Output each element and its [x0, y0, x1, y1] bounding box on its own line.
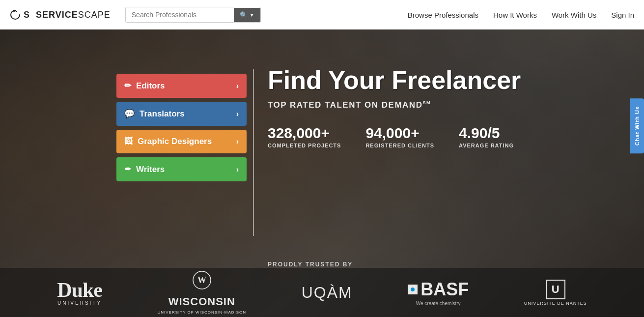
graphic-designers-label: Graphic Designers [138, 137, 212, 146]
logo-icon [10, 9, 21, 20]
writers-chevron-icon: › [236, 165, 239, 174]
duke-logo-main: Duke [57, 280, 102, 300]
nantes-letter-icon: U [546, 280, 565, 299]
editors-chevron-icon: › [236, 82, 239, 90]
category-graphic-designers-button[interactable]: 🖼 Graphic Designers › [116, 130, 247, 153]
uqam-logo-main: UQÀM [302, 285, 353, 300]
basf-square-icon [408, 285, 418, 294]
trust-logo-nantes: U UNIVERSITÉ DE NANTES [524, 280, 587, 306]
category-editors-button[interactable]: ✏ Editors › [116, 74, 247, 98]
logo-text: S SERVICESCAPE [24, 10, 111, 20]
category-translators-button[interactable]: 💬 Translators › [116, 102, 247, 126]
search-icon: 🔍 [240, 11, 248, 19]
hero-title: Find Your Freelancer [268, 66, 521, 94]
trust-logo-wisconsin: W WISCONSIN UNIVERSITY OF WISCONSIN-MADI… [157, 270, 246, 315]
editors-icon: ✏ [124, 81, 131, 91]
writers-label: Writers [136, 165, 165, 174]
category-list: ✏ Editors › 💬 Translators › 🖼 Graphic De… [116, 74, 247, 181]
nav-browse-professionals[interactable]: Browse Professionals [408, 11, 478, 19]
search-input[interactable] [126, 7, 234, 22]
translators-icon: 💬 [124, 109, 135, 119]
trust-logo-duke: Duke UNIVERSITY [57, 280, 102, 306]
svg-point-3 [411, 288, 415, 291]
search-button[interactable]: 🔍 ▼ [234, 8, 260, 22]
logo[interactable]: S SERVICESCAPE [10, 9, 111, 20]
stat-average-rating-number: 4.90/5 [459, 125, 514, 142]
stat-registered-clients-number: 94,000+ [365, 125, 434, 142]
divider-line [253, 69, 254, 236]
stat-registered-clients-label: REGISTERED CLIENTS [365, 143, 434, 148]
category-writers-button[interactable]: ✒ Writers › [116, 157, 247, 181]
trust-logos-bar: Duke UNIVERSITY W WISCONSIN UNIVERSITY O… [0, 268, 644, 317]
translators-chevron-icon: › [236, 110, 239, 118]
svg-text:W: W [197, 275, 206, 285]
nav-how-it-works[interactable]: How It Works [493, 11, 537, 19]
trust-logo-basf: BASF We create chemistry [408, 279, 469, 306]
stat-completed-projects-number: 328,000+ [268, 125, 341, 142]
stat-registered-clients: 94,000+ REGISTERED CLIENTS [365, 125, 434, 148]
stat-completed-projects-label: COMPLETED PROJECTS [268, 143, 341, 148]
designers-chevron-icon: › [236, 137, 239, 146]
translators-label: Translators [140, 109, 185, 119]
editors-label: Editors [136, 81, 165, 91]
trusted-label: PROUDLY TRUSTED BY [268, 261, 353, 268]
nav-work-with-us[interactable]: Work With Us [552, 11, 596, 19]
main-nav: Browse Professionals How It Works Work W… [408, 11, 634, 19]
wisconsin-crest-icon: W [192, 270, 212, 293]
trust-logo-uqam: UQÀM [302, 285, 353, 300]
stat-completed-projects: 328,000+ COMPLETED PROJECTS [268, 125, 341, 148]
stats-row: 328,000+ COMPLETED PROJECTS 94,000+ REGI… [268, 125, 521, 148]
stat-average-rating: 4.90/5 AVERAGE RATING [459, 125, 514, 148]
duke-logo-sub: UNIVERSITY [57, 300, 102, 306]
wisconsin-sub: UNIVERSITY OF WISCONSIN-MADISON [157, 310, 246, 315]
search-bar: 🔍 ▼ [125, 7, 261, 23]
hero-content: Find Your Freelancer TOP RATED TALENT ON… [268, 66, 521, 158]
nantes-university-name: UNIVERSITÉ DE NANTES [524, 301, 587, 306]
stat-average-rating-label: AVERAGE RATING [459, 143, 514, 148]
dropdown-arrow-icon: ▼ [250, 12, 254, 18]
graphic-designers-icon: 🖼 [124, 137, 133, 146]
hero-section: ✏ Editors › 💬 Translators › 🖼 Graphic De… [0, 29, 644, 317]
basf-tagline: We create chemistry [416, 301, 461, 306]
wisconsin-name: WISCONSIN [168, 295, 235, 308]
header: S SERVICESCAPE 🔍 ▼ Browse Professionals … [0, 0, 644, 29]
hero-subtitle: TOP RATED TALENT ON DEMANDSM [268, 100, 521, 110]
nav-sign-in[interactable]: Sign In [611, 11, 634, 19]
writers-icon: ✒ [124, 164, 131, 174]
hero-subtitle-sup: SM [422, 101, 431, 106]
chat-widget[interactable]: Chat With Us [630, 98, 644, 153]
basf-logo-name: BASF [420, 279, 469, 300]
